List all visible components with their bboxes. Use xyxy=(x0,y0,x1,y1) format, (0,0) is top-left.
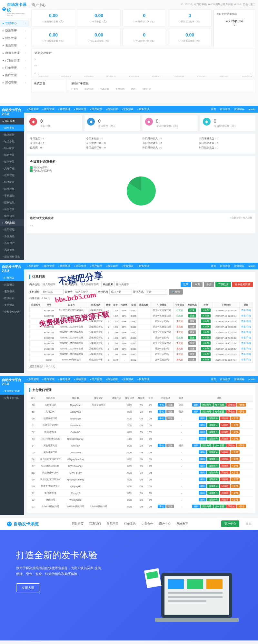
action-button[interactable]: 清除商号 xyxy=(207,471,219,474)
action-button[interactable]: 编辑 xyxy=(199,457,206,461)
action-button[interactable]: 编辑 xyxy=(199,450,206,454)
topnav-right-item[interactable]: 前台首页 xyxy=(220,107,230,111)
action-button[interactable]: 编辑 xyxy=(199,478,206,481)
action-button[interactable]: 回收站 xyxy=(220,457,230,461)
action-button[interactable]: 清除商号 xyxy=(201,403,213,407)
action-button[interactable]: +新增 xyxy=(237,410,246,413)
action-button[interactable]: 编辑 xyxy=(199,417,206,420)
topnav-right-item[interactable]: 清除缓存 xyxy=(234,264,244,268)
action-button[interactable]: 编辑 xyxy=(199,430,206,434)
nav-link[interactable]: 网站首页 xyxy=(72,522,84,526)
action-button[interactable]: +新增 xyxy=(231,478,240,481)
sidebar-item[interactable]: ▸ 财务管理› xyxy=(0,35,29,42)
topnav-item[interactable]: ▪ 业务报表 xyxy=(122,107,134,111)
topnav-right-item[interactable]: 前台首页 xyxy=(220,264,230,268)
topnav-item[interactable]: ▪ 网关通道 xyxy=(58,264,70,268)
filter-input[interactable] xyxy=(41,289,64,295)
sidebar-item[interactable]: ▫ 后台操作日志 xyxy=(0,253,24,260)
sidebar-item[interactable]: ▫ 售后报表 xyxy=(0,288,24,295)
topnav-item[interactable]: ▪ 微信管理 xyxy=(43,107,55,111)
action-button[interactable]: +新增 xyxy=(237,505,246,508)
topnav-item[interactable]: ▪ 内容管理 xyxy=(74,107,86,111)
filter-button[interactable]: 本月 xyxy=(204,282,214,287)
sidebar-item[interactable]: ▫ 权限管理 xyxy=(0,226,24,233)
action-button[interactable]: +新增 xyxy=(231,437,240,440)
action-button[interactable]: 回收站 xyxy=(226,410,236,413)
action-button[interactable]: +新增 xyxy=(231,423,240,427)
action-button[interactable]: 编辑 xyxy=(199,423,206,427)
sidebar-item[interactable]: ▸ 虚拟卡管理› xyxy=(0,49,29,57)
nav-link[interactable]: 订单查询 xyxy=(124,522,136,526)
sidebar-item[interactable]: ▫ 后台主页 xyxy=(0,125,24,131)
action-button[interactable]: 清除商号 xyxy=(207,457,219,461)
action-button[interactable]: 编辑 xyxy=(192,403,200,407)
sidebar-item[interactable]: ▸ 订单管理› xyxy=(0,64,29,72)
sidebar-item[interactable]: ▸ 售后管理› xyxy=(0,42,29,49)
topnav-right-item[interactable]: admin xyxy=(248,265,255,267)
action-button[interactable]: 每号权重 xyxy=(213,410,226,413)
topnav-item[interactable]: ▪ 微信管理 xyxy=(43,377,55,381)
sidebar-item[interactable]: ▫ 站点参数 xyxy=(0,138,24,145)
topnav-item[interactable]: ▪ 用户管理 xyxy=(90,377,102,381)
action-button[interactable]: +新增 xyxy=(231,471,240,474)
action-button[interactable]: +新增 xyxy=(231,417,240,420)
sidebar-item[interactable]: ▫ 数据统计 xyxy=(0,131,24,138)
topnav-item[interactable]: ▪ 业务报表 xyxy=(122,264,134,268)
action-button[interactable]: 回收站 xyxy=(220,430,230,434)
sidebar-item[interactable]: ▫ 站点配置 xyxy=(0,145,24,152)
sidebar-item[interactable]: ▫ 数据统计 xyxy=(0,295,24,302)
topnav-item[interactable]: ▪ 内容管理 xyxy=(74,377,86,381)
sidebar-item[interactable]: ▸ 管理中心› xyxy=(0,20,29,27)
sidebar-item[interactable]: ▫ 前台设置 xyxy=(0,206,24,213)
sidebar-item[interactable]: ▫ 邮件配置 xyxy=(0,179,24,186)
cta-button[interactable]: 立即入驻 xyxy=(16,583,40,592)
action-button[interactable]: +新增 xyxy=(231,491,240,495)
action-button[interactable]: 清除商号 xyxy=(207,437,219,440)
action-button[interactable]: 清除商号 xyxy=(207,484,219,488)
action-button[interactable]: 清除商号 xyxy=(207,417,219,420)
sidebar-item[interactable]: ▸ 授权管理› xyxy=(0,79,29,86)
action-button[interactable]: 清除商号 xyxy=(207,464,219,468)
sidebar-group[interactable]: ▸ 后台首页 xyxy=(0,118,24,125)
action-button[interactable]: 回收站 xyxy=(226,403,236,407)
topnav-item[interactable]: ▪ 财务管理 xyxy=(137,107,149,111)
action-button[interactable]: 回收站 xyxy=(220,498,230,501)
filter-input[interactable] xyxy=(74,289,96,295)
topnav-item[interactable]: ▪ 系统管理 xyxy=(27,107,39,111)
filter-input[interactable] xyxy=(41,282,64,287)
topnav-item[interactable]: ▪ 商品管理 xyxy=(106,107,118,111)
action-button[interactable]: 回收站 xyxy=(220,471,230,474)
action-button[interactable]: 回收站 xyxy=(220,417,230,420)
topnav-right-item[interactable]: 首页 xyxy=(211,377,216,381)
action-button[interactable]: 清除商号 xyxy=(207,450,219,454)
nav-link[interactable]: 用户中心 xyxy=(159,522,171,526)
action-button[interactable]: 清除商号 xyxy=(207,498,219,501)
topnav-item[interactable]: ▪ 内容管理 xyxy=(74,264,86,268)
action-button[interactable]: 回收站 xyxy=(220,491,230,495)
action-button[interactable]: 编辑 xyxy=(199,464,206,468)
action-button[interactable]: 编辑 xyxy=(199,498,206,501)
action-button[interactable]: 编辑 xyxy=(192,410,200,413)
topnav-item[interactable]: ▪ 微信管理 xyxy=(43,264,55,268)
action-button[interactable]: 支付权重 xyxy=(213,505,226,508)
filter-button[interactable]: 本周 xyxy=(192,282,203,287)
action-button[interactable]: 编辑 xyxy=(199,471,206,474)
nav-link[interactable]: 系统推荐 xyxy=(176,522,188,526)
topnav-item[interactable]: ▪ 网关通道 xyxy=(58,107,70,111)
topnav-item[interactable]: ▪ 用户管理 xyxy=(90,264,102,268)
sidebar-item[interactable]: ▫ 金额支付接口 xyxy=(0,395,24,401)
action-button[interactable]: 编辑 xyxy=(199,437,206,440)
merchant-center-button[interactable]: 商户中心 xyxy=(221,520,239,527)
sidebar-item[interactable]: ▫ 版权信息 xyxy=(0,199,24,206)
filter-button[interactable]: 下载数据 xyxy=(215,282,231,287)
action-button[interactable]: 回收站 xyxy=(220,478,230,481)
topnav-right-item[interactable]: 清除缓存 xyxy=(234,377,244,381)
action-button[interactable]: +新增 xyxy=(231,450,240,454)
action-button[interactable]: 编辑 xyxy=(199,484,206,488)
filter-input[interactable] xyxy=(79,282,102,287)
action-button[interactable]: 清除商号 xyxy=(201,505,213,508)
topnav-item[interactable]: ▪ 业务报表 xyxy=(122,377,134,381)
topnav-item[interactable]: ▪ 商品管理 xyxy=(106,377,118,381)
sidebar-item[interactable]: ▫ 系统菜单 xyxy=(0,247,24,253)
sidebar-item[interactable]: ▫ 权限管理 xyxy=(0,172,24,179)
